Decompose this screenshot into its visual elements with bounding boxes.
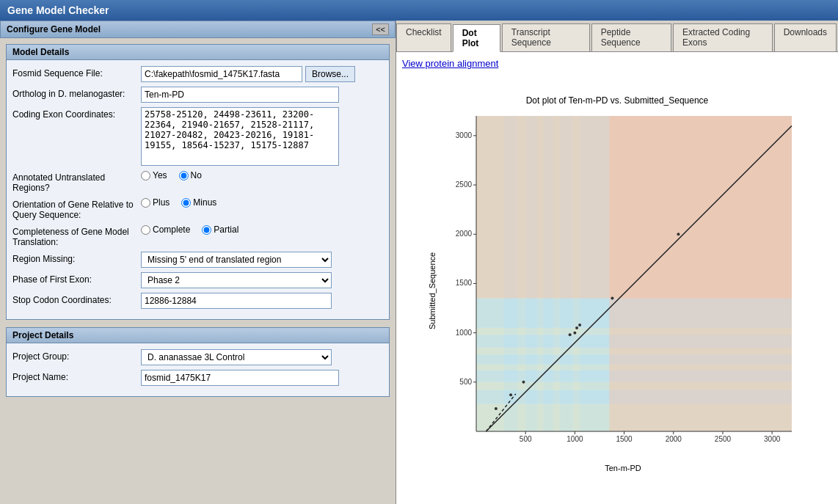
fosmid-input[interactable] xyxy=(141,66,302,82)
y-axis-label: Submitted_Sequence xyxy=(428,109,437,472)
utr-no-radio[interactable] xyxy=(179,171,189,180)
ortholog-control xyxy=(141,87,383,103)
right-panel: Checklist Dot Plot Transcript Sequence P… xyxy=(396,21,838,504)
dot-plot-container: Dot plot of Ten-m-PD vs. Submitted_Seque… xyxy=(402,75,832,493)
utr-no-text: No xyxy=(191,170,202,180)
utr-yes-label[interactable]: Yes xyxy=(141,170,167,180)
project-details-section: Project Details Project Group: D. ananas… xyxy=(6,327,390,397)
orientation-plus-label[interactable]: Plus xyxy=(141,197,170,208)
orientation-plus-radio[interactable] xyxy=(141,198,150,208)
ortholog-row: Ortholog in D. melanogaster: xyxy=(12,87,383,103)
orientation-plus-text: Plus xyxy=(153,197,170,208)
view-protein-link[interactable]: View protein alignment xyxy=(402,58,832,69)
phase-label: Phase of First Exon: xyxy=(12,272,141,285)
region-missing-select[interactable]: Missing 5' end of translated region Miss… xyxy=(141,252,332,268)
fosmid-label: Fosmid Sequence File: xyxy=(12,66,141,78)
region-missing-label: Region Missing: xyxy=(12,252,141,264)
utr-radio-group: Yes No xyxy=(141,170,202,180)
plot-title: Dot plot of Ten-m-PD vs. Submitted_Seque… xyxy=(428,95,806,106)
utr-yes-text: Yes xyxy=(153,170,167,180)
tab-bar: Checklist Dot Plot Transcript Sequence P… xyxy=(396,21,838,52)
completeness-partial-radio[interactable] xyxy=(202,225,211,235)
fosmid-row: Fosmid Sequence File: Browse... xyxy=(12,66,383,82)
tab-peptide-sequence[interactable]: Peptide Sequence xyxy=(591,23,671,51)
tab-extracted-coding-exons[interactable]: Extracted Coding Exons xyxy=(673,23,773,51)
completeness-partial-label[interactable]: Partial xyxy=(202,224,238,235)
completeness-complete-label[interactable]: Complete xyxy=(141,224,190,235)
model-details-content: Fosmid Sequence File: Browse... Ortholog… xyxy=(7,60,389,319)
configure-header: Configure Gene Model << xyxy=(0,21,396,38)
completeness-row: Completeness of Gene Model Translation: … xyxy=(12,224,383,247)
left-panel: Configure Gene Model << Model Details Fo… xyxy=(0,21,396,504)
project-group-label: Project Group: xyxy=(12,349,141,362)
ortholog-label: Ortholog in D. melanogaster: xyxy=(12,87,141,99)
tab-transcript-sequence[interactable]: Transcript Sequence xyxy=(502,23,590,51)
phase-row: Phase of First Exon: Phase 0 Phase 1 Pha… xyxy=(12,272,383,288)
project-name-control xyxy=(141,370,383,386)
ortholog-input[interactable] xyxy=(141,87,339,103)
orientation-row: Orientation of Gene Relative to Query Se… xyxy=(12,197,383,220)
model-details-section: Model Details Fosmid Sequence File: Brow… xyxy=(6,44,390,320)
plot-area: Submitted_Sequence Ten-m-PD xyxy=(428,109,806,472)
stop-codon-row: Stop Codon Coordinates: xyxy=(12,293,383,309)
coding-exon-control xyxy=(141,107,383,166)
completeness-partial-text: Partial xyxy=(214,224,238,235)
app-title-bar: Gene Model Checker xyxy=(0,0,838,21)
stop-codon-label: Stop Codon Coordinates: xyxy=(12,293,141,305)
tab-checklist[interactable]: Checklist xyxy=(396,23,451,51)
browse-button[interactable]: Browse... xyxy=(305,66,355,82)
project-details-content: Project Group: D. ananassae 3L Control O… xyxy=(7,343,389,396)
project-name-label: Project Name: xyxy=(12,370,141,382)
completeness-radio-group: Complete Partial xyxy=(141,224,238,235)
orientation-control: Plus Minus xyxy=(141,197,383,208)
project-group-control: D. ananassae 3L Control Other Group xyxy=(141,349,383,365)
utr-no-label[interactable]: No xyxy=(179,170,202,180)
configure-title: Configure Gene Model xyxy=(7,24,101,34)
utr-yes-radio[interactable] xyxy=(141,171,150,180)
completeness-complete-radio[interactable] xyxy=(141,225,150,235)
project-details-title: Project Details xyxy=(7,328,389,343)
region-missing-row: Region Missing: Missing 5' end of transl… xyxy=(12,252,383,268)
orientation-radio-group: Plus Minus xyxy=(141,197,216,208)
dot-plot: Dot plot of Ten-m-PD vs. Submitted_Seque… xyxy=(428,95,806,472)
completeness-label: Completeness of Gene Model Translation: xyxy=(12,224,141,247)
completeness-complete-text: Complete xyxy=(153,224,190,235)
phase-control: Phase 0 Phase 1 Phase 2 xyxy=(141,272,383,288)
completeness-control: Complete Partial xyxy=(141,224,383,235)
model-details-title: Model Details xyxy=(7,45,389,60)
project-group-select[interactable]: D. ananassae 3L Control Other Group xyxy=(141,349,332,365)
collapse-button[interactable]: << xyxy=(372,23,389,35)
coding-exon-textarea[interactable] xyxy=(141,107,339,166)
stop-codon-input[interactable] xyxy=(141,293,332,309)
tab-dot-plot[interactable]: Dot Plot xyxy=(453,24,500,52)
region-missing-control: Missing 5' end of translated region Miss… xyxy=(141,252,383,268)
stop-codon-control xyxy=(141,293,383,309)
fosmid-control: Browse... xyxy=(141,66,383,82)
orientation-minus-label[interactable]: Minus xyxy=(181,197,216,208)
utr-label: Annotated Untranslated Regions? xyxy=(12,170,141,193)
plot-with-x-axis: Ten-m-PD xyxy=(440,109,806,472)
utr-row: Annotated Untranslated Regions? Yes No xyxy=(12,170,383,193)
dot-canvas xyxy=(440,109,806,461)
orientation-label: Orientation of Gene Relative to Query Se… xyxy=(12,197,141,220)
orientation-minus-text: Minus xyxy=(193,197,216,208)
orientation-minus-radio[interactable] xyxy=(181,198,191,208)
tab-downloads[interactable]: Downloads xyxy=(774,23,837,51)
phase-select[interactable]: Phase 0 Phase 1 Phase 2 xyxy=(141,272,332,288)
left-content: Model Details Fosmid Sequence File: Brow… xyxy=(0,38,396,504)
coding-exon-row: Coding Exon Coordinates: xyxy=(12,107,383,166)
project-name-row: Project Name: xyxy=(12,370,383,386)
coding-exon-label: Coding Exon Coordinates: xyxy=(12,107,141,120)
project-name-input[interactable] xyxy=(141,370,339,386)
project-group-row: Project Group: D. ananassae 3L Control O… xyxy=(12,349,383,365)
x-axis-label: Ten-m-PD xyxy=(440,464,806,472)
right-content: View protein alignment Dot plot of Ten-m… xyxy=(396,52,838,504)
utr-control: Yes No xyxy=(141,170,383,180)
app-title: Gene Model Checker xyxy=(7,4,109,16)
